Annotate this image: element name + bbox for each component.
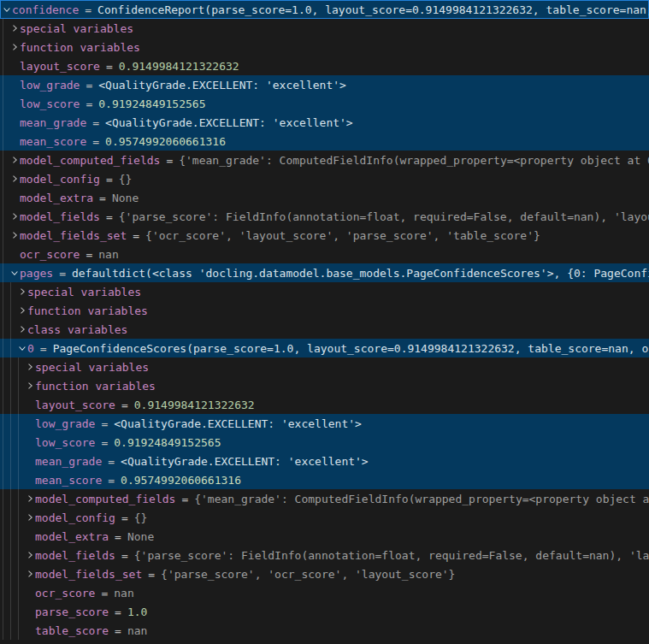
indent-guide (10, 282, 11, 301)
variable-row[interactable]: model_fields_set = {'parse_score', 'ocr_… (0, 564, 649, 583)
equals-sign: = (115, 549, 134, 562)
chevron-right-icon[interactable] (9, 210, 20, 222)
equals-sign: = (115, 511, 134, 524)
variable-row[interactable]: special variables (0, 282, 649, 301)
indent-guide (3, 226, 3, 245)
variable-row[interactable]: model_fields_set = {'ocr_score', 'layout… (0, 226, 649, 245)
variable-value: {'parse_score', 'ocr_score', 'layout_sco… (161, 568, 455, 581)
indent-guide (3, 320, 3, 339)
chevron-right-icon[interactable] (25, 568, 35, 580)
variable-row[interactable]: parse_score = 1.0 (0, 602, 649, 621)
variable-row[interactable]: function variables (0, 376, 649, 395)
indent-guide (3, 470, 3, 489)
indent-guide (18, 470, 19, 489)
variable-name: special variables (35, 361, 149, 374)
variable-row[interactable]: layout_score = 0.9149984121322632 (0, 395, 649, 414)
variable-row[interactable]: mean_grade = <QualityGrade.EXCELLENT: 'e… (0, 113, 649, 132)
variable-row[interactable]: low_grade = <QualityGrade.EXCELLENT: 'ex… (0, 75, 649, 94)
chevron-right-icon[interactable] (25, 361, 35, 373)
variable-name: confidence (12, 3, 79, 16)
variable-name: ocr_score (35, 587, 95, 600)
variable-row[interactable]: function variables (0, 301, 649, 320)
variable-name: model_config (35, 511, 115, 524)
indent-guide (18, 395, 19, 414)
variable-name: parse_score (35, 606, 109, 618)
variable-value: <QualityGrade.EXCELLENT: 'excellent'> (121, 455, 369, 468)
variable-name: function variables (20, 41, 140, 54)
twistie-spacer (9, 135, 20, 147)
indent-guide (10, 564, 11, 583)
variable-row[interactable]: model_config = {} (0, 169, 649, 188)
chevron-right-icon[interactable] (9, 41, 20, 53)
variable-row[interactable]: model_computed_fields = {'mean_grade': C… (0, 151, 649, 169)
variable-name: special variables (20, 22, 133, 35)
variable-row[interactable]: mean_grade = <QualityGrade.EXCELLENT: 'e… (0, 452, 649, 470)
equals-sign: = (93, 192, 112, 204)
variable-value: 0.91924849152565 (98, 97, 205, 110)
indent-guide (10, 339, 11, 357)
variable-row[interactable]: ocr_score = nan (0, 245, 649, 263)
variable-row[interactable]: table_score = nan (0, 621, 649, 640)
indent-guide (3, 395, 3, 414)
chevron-right-icon[interactable] (17, 286, 27, 298)
variable-row[interactable]: low_score = 0.91924849152565 (0, 433, 649, 452)
variable-row[interactable]: low_grade = <QualityGrade.EXCELLENT: 'ex… (0, 414, 649, 433)
variable-value: None (112, 192, 139, 204)
chevron-down-icon[interactable] (2, 3, 12, 15)
variable-value: <QualityGrade.EXCELLENT: 'excellent'> (98, 79, 346, 92)
chevron-right-icon[interactable] (9, 154, 20, 166)
equals-sign: = (95, 436, 114, 449)
indent-guide (10, 395, 11, 414)
twistie-spacer (25, 417, 35, 429)
equals-sign: = (115, 399, 134, 411)
variable-row[interactable]: low_score = 0.91924849152565 (0, 94, 649, 113)
variable-row[interactable]: special variables (0, 357, 649, 376)
variable-row[interactable]: pages = defaultdict(<class 'docling.data… (0, 263, 649, 282)
indent-guide (3, 508, 3, 527)
variable-name: function variables (27, 304, 148, 317)
indent-guide (3, 564, 3, 583)
variable-row[interactable]: mean_score = 0.9574992060661316 (0, 132, 649, 151)
chevron-right-icon[interactable] (25, 493, 35, 505)
indent-guide (10, 301, 11, 320)
twistie-spacer (9, 79, 20, 91)
variable-row[interactable]: model_computed_fields = {'mean_grade': C… (0, 489, 649, 508)
variable-row[interactable]: confidence = ConfidenceReport(parse_scor… (0, 0, 649, 19)
variable-row[interactable]: ocr_score = nan (0, 583, 649, 602)
variable-row[interactable]: model_extra = None (0, 188, 649, 207)
variable-value: {'mean_grade': ComputedFieldInfo(wrapped… (179, 154, 649, 167)
chevron-right-icon[interactable] (25, 549, 35, 561)
chevron-down-icon[interactable] (17, 342, 27, 354)
chevron-down-icon[interactable] (9, 267, 20, 279)
variable-value: defaultdict(<class 'docling.datamodel.ba… (72, 267, 649, 280)
indent-guide (3, 56, 3, 75)
variable-row[interactable]: model_extra = None (0, 527, 649, 546)
indent-guide (18, 527, 19, 546)
variable-row[interactable]: model_fields = {'parse_score': FieldInfo… (0, 207, 649, 226)
variable-row[interactable]: class variables (0, 320, 649, 339)
chevron-right-icon[interactable] (9, 229, 20, 241)
variable-row[interactable]: model_fields = {'parse_score': FieldInfo… (0, 546, 649, 564)
variable-row[interactable]: layout_score = 0.9149984121322632 (0, 56, 649, 75)
variable-row[interactable]: function variables (0, 38, 649, 56)
variable-value: 0.91924849152565 (114, 436, 221, 449)
chevron-right-icon[interactable] (25, 380, 35, 392)
variable-row[interactable]: mean_score = 0.9574992060661316 (0, 470, 649, 489)
variable-row[interactable]: 0 = PageConfidenceScores(parse_score=1.0… (0, 339, 649, 357)
chevron-right-icon[interactable] (17, 304, 27, 316)
variable-value: 0.9574992060661316 (105, 135, 226, 148)
chevron-right-icon[interactable] (9, 22, 20, 34)
chevron-right-icon[interactable] (25, 511, 35, 523)
variable-name: mean_grade (20, 116, 86, 129)
chevron-right-icon[interactable] (9, 173, 20, 185)
variable-name: function variables (35, 380, 156, 393)
chevron-right-icon[interactable] (17, 323, 27, 335)
indent-guide (18, 564, 19, 583)
variable-value: None (127, 530, 154, 543)
indent-guide (3, 19, 3, 38)
indent-guide (3, 602, 3, 621)
indent-guide (18, 508, 19, 527)
variable-row[interactable]: special variables (0, 19, 649, 38)
variable-row[interactable]: model_config = {} (0, 508, 649, 527)
equals-sign: = (80, 97, 98, 110)
